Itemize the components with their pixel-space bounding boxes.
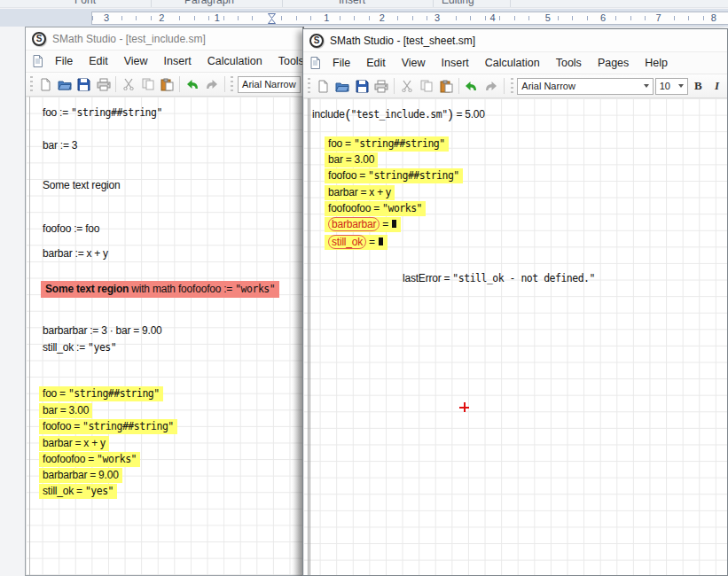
toolbar-grip[interactable] (231, 76, 234, 92)
math-region-foofoofoo-result[interactable]: foofoofoo="works" (39, 452, 140, 467)
menu-insert[interactable]: Insert (156, 52, 200, 70)
math-region-bar-result[interactable]: bar=3.00 (39, 403, 92, 418)
document-icon[interactable] (309, 57, 321, 69)
insertion-cross-cursor (459, 402, 469, 412)
open-file-button[interactable] (56, 75, 74, 94)
undo-button[interactable] (184, 75, 201, 94)
menubar: File Edit View Insert Calculation Tools (26, 51, 302, 73)
math-region-stillok-def[interactable]: still_ok:="yes" (43, 341, 116, 354)
menu-file[interactable]: File (325, 54, 358, 72)
paste-button[interactable] (437, 77, 455, 96)
paste-button[interactable] (159, 75, 176, 94)
window-title: SMath Studio - [test_sheet.sm] (330, 35, 475, 47)
ruler-number: 1 (212, 12, 223, 24)
math-region-include[interactable]: include("test_include.sm")=5.00 (312, 107, 485, 121)
document-icon[interactable] (32, 55, 43, 67)
redo-button[interactable] (482, 77, 500, 96)
titlebar[interactable]: S SMath Studio - [test_sheet.sm] (303, 29, 727, 52)
math-region-bar-result[interactable]: bar=3.00 (325, 152, 378, 167)
ribbon-separator (433, 0, 434, 8)
chevron-down-icon (678, 84, 684, 88)
window-title: SMath Studio - [test_include.sm] (52, 33, 206, 45)
math-region-foo-def[interactable]: foo:="string##string" (43, 106, 162, 120)
menu-pages[interactable]: Pages (590, 54, 637, 72)
save-button[interactable] (75, 75, 93, 94)
chevron-down-icon (644, 84, 649, 88)
menu-help[interactable]: Help (637, 54, 676, 72)
worksheet-canvas[interactable]: include("test_include.sm")=5.00 foo="str… (303, 98, 727, 575)
ruler-indent-marker-icon[interactable] (267, 13, 277, 24)
menu-edit[interactable]: Edit (358, 54, 394, 72)
math-region-bar-def[interactable]: bar:=3 (43, 139, 77, 152)
page-margin-line (308, 98, 310, 575)
ruler-number: 8 (708, 12, 719, 24)
math-region-stillok-error[interactable]: still_ok= (325, 235, 387, 250)
word-ribbon-strip: Font Paragraph Insert Editing (0, 0, 728, 8)
ruler-number: 7 (653, 12, 663, 24)
menu-edit[interactable]: Edit (81, 52, 116, 70)
new-file-button[interactable] (315, 77, 333, 96)
print-button[interactable] (372, 77, 390, 96)
undo-button[interactable] (463, 77, 481, 96)
open-file-button[interactable] (333, 77, 351, 96)
math-region-stillok-result[interactable]: still_ok="yes" (39, 484, 117, 499)
toolbar-separator (394, 78, 395, 94)
math-region-foofoo-result[interactable]: foofoo="string##string" (325, 168, 463, 183)
new-file-button[interactable] (36, 75, 54, 94)
font-size-combo[interactable]: 10 (655, 78, 688, 95)
text-region-with-math[interactable]: Some text region with math foofoofoo:="w… (41, 281, 279, 298)
print-button[interactable] (95, 75, 113, 94)
math-region-foo-result[interactable]: foo="string##string" (39, 386, 163, 401)
toolbar-grip[interactable] (307, 78, 311, 94)
ribbon-group-editing: Editing (442, 0, 474, 6)
copy-button[interactable] (139, 75, 157, 94)
toolbar-separator (504, 78, 505, 94)
ruler-number: 4 (487, 12, 497, 24)
smath-logo-icon: S (309, 34, 324, 48)
ruler-number: 3 (101, 12, 112, 24)
math-region-barbar-result[interactable]: barbar=x+y (325, 185, 395, 200)
math-region-barbarbar-result[interactable]: barbarbar=9.00 (39, 468, 122, 483)
menu-calculation[interactable]: Calculation (477, 54, 548, 72)
redo-button[interactable] (203, 75, 221, 94)
menu-file[interactable]: File (47, 52, 81, 70)
math-region-foofoofoo-result[interactable]: foofoofoo="works" (325, 201, 426, 216)
ruler-number: 1 (321, 12, 332, 24)
italic-button[interactable]: I (708, 77, 725, 95)
page-margin-line (29, 97, 30, 575)
copy-button[interactable] (418, 77, 435, 96)
toolbar-grip[interactable] (29, 76, 33, 92)
math-region-barbarbar-def[interactable]: barbarbar:=3·bar=9.00 (43, 324, 162, 338)
menu-insert[interactable]: Insert (434, 54, 477, 72)
ribbon-separator (510, 0, 511, 8)
ribbon-separator (151, 0, 152, 8)
toolbar-grip[interactable] (510, 78, 514, 94)
window-test-include: S SMath Studio - [test_include.sm] File … (25, 27, 304, 576)
ribbon-group-insert: Insert (339, 0, 365, 6)
font-name-combo[interactable]: Arial Narrow (517, 78, 653, 95)
font-name-combo[interactable]: Arial Narrow (238, 76, 301, 93)
text-region[interactable]: Some text region (43, 179, 121, 192)
menu-view[interactable]: View (116, 52, 156, 70)
math-region-barbarbar-error[interactable]: barbarbar= (325, 217, 401, 232)
font-name-value: Arial Narrow (242, 79, 296, 90)
save-button[interactable] (353, 77, 371, 96)
math-region-foofoo-def[interactable]: foofoo:=foo (43, 222, 99, 236)
menu-calculation[interactable]: Calculation (200, 52, 270, 70)
toolbar: Arial Narrow 10 B I (303, 74, 727, 98)
worksheet-canvas[interactable]: foo:="string##string" bar:=3 Some text r… (26, 97, 302, 575)
math-region-lasterror[interactable]: lastError="still_ok - not defined." (403, 272, 595, 285)
math-region-barbar-result[interactable]: barbar=x+y (39, 436, 109, 451)
math-region-foo-result[interactable]: foo="string##string" (325, 136, 449, 152)
ruler-number: 3 (432, 12, 442, 24)
cut-button[interactable] (398, 77, 416, 96)
titlebar[interactable]: S SMath Studio - [test_include.sm] (26, 27, 302, 51)
bold-button[interactable]: B (690, 77, 707, 95)
cut-button[interactable] (120, 75, 137, 94)
menu-tools[interactable]: Tools (548, 54, 590, 72)
math-region-barbar-def[interactable]: barbar:=x+y (43, 247, 108, 261)
ruler-band[interactable]: 3 2 1 1 2 3 4 5 6 7 8 (91, 12, 728, 25)
math-region-foofoo-result[interactable]: foofoo="string##string" (39, 419, 177, 434)
menubar: File Edit View Insert Calculation Tools … (303, 52, 727, 74)
menu-view[interactable]: View (394, 54, 434, 72)
